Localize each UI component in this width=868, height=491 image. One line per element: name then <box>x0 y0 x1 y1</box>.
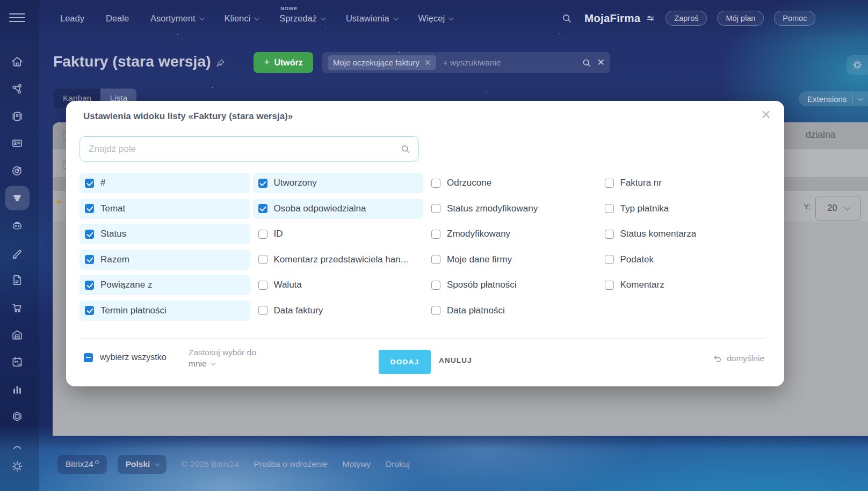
nav-item-klienci[interactable]: Klienci <box>225 13 258 24</box>
checkbox[interactable] <box>85 179 94 188</box>
field-option[interactable]: Data płatności <box>426 301 597 321</box>
nav-item-wiecej[interactable]: Więcej <box>418 13 453 24</box>
select-all-checkbox[interactable] <box>84 353 93 362</box>
field-option[interactable]: Status zmodyfikowany <box>426 199 597 219</box>
checkbox[interactable] <box>431 204 440 213</box>
checkbox[interactable] <box>85 230 94 239</box>
page-size-select[interactable]: 20 <box>815 196 861 221</box>
sidebar-item-invoices-filter-icon[interactable] <box>5 186 30 210</box>
my-plan-button[interactable]: Mój plan <box>717 11 764 26</box>
select-all-option[interactable]: wybierz wszystko <box>84 353 167 362</box>
field-option[interactable]: Faktura nr <box>599 173 770 193</box>
field-option[interactable]: Podatek <box>599 250 770 270</box>
cancel-button[interactable]: ANULUJ <box>439 356 472 364</box>
sidebar-item-target-icon[interactable] <box>5 158 30 183</box>
field-option[interactable]: Data faktury <box>253 301 424 321</box>
footer-link-themes[interactable]: Motywy <box>343 459 371 469</box>
invite-button[interactable]: Zaproś <box>666 11 707 26</box>
checkbox[interactable] <box>431 230 440 239</box>
filter-search-bar[interactable]: Moje oczekujące faktury ✕ + wyszukiwanie… <box>322 52 610 73</box>
field-option[interactable]: Sposób płatności <box>426 275 597 295</box>
checkbox[interactable] <box>85 204 94 213</box>
field-option[interactable]: Komentarz <box>599 275 770 295</box>
field-option[interactable]: Zmodyfikowany <box>426 224 597 244</box>
sidebar-item-network-icon[interactable] <box>5 77 30 101</box>
hamburger-menu-icon[interactable] <box>9 11 25 25</box>
checkbox[interactable] <box>605 281 614 290</box>
checkbox[interactable] <box>605 255 614 264</box>
sidebar-item-document-icon[interactable] <box>5 268 30 292</box>
field-option[interactable]: Razem <box>79 250 250 270</box>
field-option[interactable]: Temat <box>79 199 250 219</box>
checkbox[interactable] <box>605 204 614 213</box>
page-settings-gear-icon[interactable] <box>847 55 868 75</box>
sidebar-item-home-icon[interactable] <box>5 49 30 74</box>
checkbox[interactable] <box>85 255 94 264</box>
checkbox[interactable] <box>258 306 267 315</box>
checkbox[interactable] <box>258 255 267 264</box>
portal-name[interactable]: MojaFirma <box>584 12 640 25</box>
add-button[interactable]: DODAJ <box>379 350 431 374</box>
footer-link-print[interactable]: Drukuj <box>386 459 410 469</box>
nav-item-ustawienia[interactable]: Ustawienia <box>346 13 397 24</box>
checkbox[interactable] <box>85 306 94 315</box>
field-option[interactable]: ID <box>253 224 424 244</box>
nav-item-leady[interactable]: Leady <box>60 13 84 24</box>
search-icon[interactable] <box>581 57 592 68</box>
sidebar-item-cart-icon[interactable] <box>5 295 30 320</box>
field-option[interactable]: Status <box>79 224 250 244</box>
field-option[interactable]: Typ płatnika <box>599 199 770 219</box>
extensions-button[interactable]: Extensions <box>799 91 868 106</box>
pin-icon[interactable] <box>215 58 226 69</box>
checkbox[interactable] <box>431 179 440 188</box>
sidebar-item-video-icon[interactable] <box>5 104 30 129</box>
field-option[interactable]: Odrzucone <box>426 173 597 193</box>
sidebar-item-warehouse-icon[interactable] <box>5 323 30 347</box>
clear-filter-icon[interactable]: ✕ <box>597 57 605 68</box>
field-option[interactable]: Moje dane firmy <box>426 250 597 270</box>
checkbox[interactable] <box>605 179 614 188</box>
apply-scope-dropdown[interactable]: Zastosuj wybór do mnie <box>189 347 256 369</box>
nav-item-asortyment[interactable]: Asortyment <box>150 13 202 24</box>
sidebar-item-hexagon-icon[interactable] <box>5 404 30 429</box>
field-option[interactable]: Status komentarza <box>599 224 770 244</box>
field-search-input[interactable] <box>80 144 400 155</box>
checkbox[interactable] <box>258 204 267 213</box>
checkbox[interactable] <box>258 281 267 290</box>
footer-link-implementation[interactable]: Prośba o wdrożenie <box>254 459 328 469</box>
checkbox[interactable] <box>431 255 440 264</box>
checkbox[interactable] <box>431 306 440 315</box>
field-option[interactable]: Termin płatności <box>79 301 250 321</box>
reset-default-link[interactable]: domyślnie <box>713 354 764 363</box>
filter-search-placeholder[interactable]: + wyszukiwanie <box>443 58 581 68</box>
checkbox[interactable] <box>85 281 94 290</box>
field-option[interactable]: Komentarz przedstawiciela han... <box>253 250 424 270</box>
sidebar-item-arc-icon[interactable] <box>5 431 30 456</box>
filter-preset-chip[interactable]: Moje oczekujące faktury ✕ <box>328 55 436 70</box>
bitrix24-logo[interactable]: Bitrix24 <box>57 455 107 474</box>
checkbox[interactable] <box>258 179 267 188</box>
language-selector[interactable]: Polski <box>118 455 167 474</box>
sidebar-item-gear-icon[interactable] <box>5 454 30 479</box>
close-icon[interactable]: ✕ <box>761 108 771 121</box>
field-option[interactable]: Powiązane z <box>79 275 250 295</box>
help-button[interactable]: Pomoc <box>774 11 815 26</box>
field-option[interactable]: Osoba odpowiedzialna <box>253 199 424 219</box>
field-option[interactable]: # <box>79 173 250 193</box>
checkbox[interactable] <box>258 230 267 239</box>
sliders-icon[interactable] <box>646 13 655 23</box>
sidebar-item-calendar-icon[interactable] <box>5 349 30 374</box>
field-option[interactable]: Waluta <box>253 275 424 295</box>
nav-item-sprzedaz[interactable]: NOWE Sprzedaż <box>279 13 324 24</box>
sidebar-item-robot-icon[interactable] <box>5 213 30 238</box>
sidebar-item-chart-icon[interactable] <box>5 377 30 401</box>
remove-filter-icon[interactable]: ✕ <box>424 58 431 68</box>
sidebar-item-pen-icon[interactable] <box>5 240 30 265</box>
create-button[interactable]: + Utwórz <box>254 52 313 73</box>
nav-item-deale[interactable]: Deale <box>106 13 129 24</box>
sidebar-item-contact-card-icon[interactable] <box>5 131 30 156</box>
checkbox[interactable] <box>605 230 614 239</box>
checkbox[interactable] <box>431 281 440 290</box>
search-icon[interactable] <box>561 12 573 24</box>
field-option[interactable]: Utworzony <box>253 173 424 193</box>
